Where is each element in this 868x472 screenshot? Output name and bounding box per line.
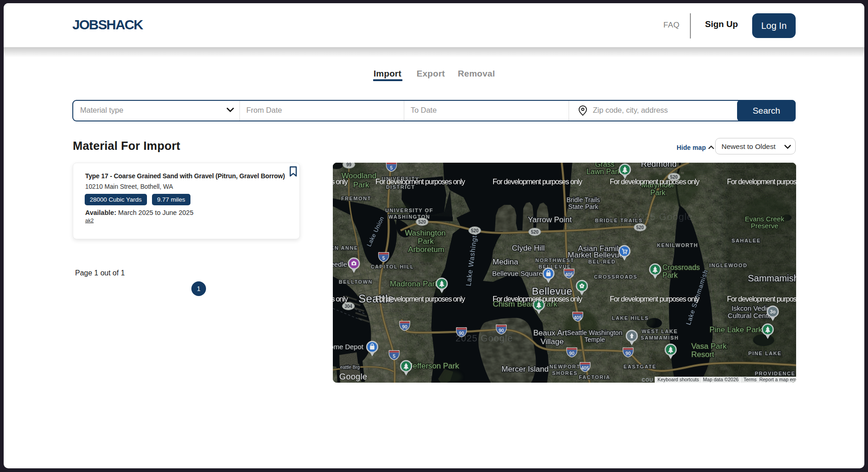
svg-text:Pine Lake Park: Pine Lake Park bbox=[710, 325, 763, 334]
svg-text:Preserve: Preserve bbox=[751, 222, 778, 230]
svg-text:Report a map error: Report a map error bbox=[760, 377, 796, 382]
svg-text:For development purposes only: For development purposes only bbox=[610, 177, 700, 186]
svg-text:405: 405 bbox=[574, 315, 582, 320]
svg-text:Beaux Arts: Beaux Arts bbox=[533, 329, 571, 337]
svg-text:Village: Village bbox=[541, 337, 564, 346]
svg-text:For development purposes only: For development purposes only bbox=[375, 295, 466, 303]
svg-text:INGLEWOOD: INGLEWOOD bbox=[709, 263, 747, 268]
svg-text:Google: Google bbox=[339, 372, 367, 381]
svg-text:For development purposes only: For development purposes only bbox=[727, 295, 796, 303]
svg-text:2025 Google: 2025 Google bbox=[456, 333, 513, 343]
svg-text:For development purposes only: For development purposes only bbox=[375, 177, 466, 186]
svg-text:Crossroads: Crossroads bbox=[662, 263, 700, 271]
svg-text:FACTORIA: FACTORIA bbox=[579, 374, 611, 380]
svg-text:90: 90 bbox=[625, 351, 631, 356]
svg-text:5: 5 bbox=[382, 255, 385, 261]
svg-text:Park: Park bbox=[662, 271, 678, 279]
svg-text:CROSSROADS: CROSSROADS bbox=[594, 274, 638, 280]
svg-text:520: 520 bbox=[636, 225, 644, 230]
svg-text:For development purposes only: For development purposes only bbox=[333, 295, 348, 303]
svg-text:2025 Google: 2025 Google bbox=[633, 211, 693, 222]
svg-text:Temple: Temple bbox=[584, 336, 605, 343]
svg-text:Yarrow Point: Yarrow Point bbox=[528, 215, 572, 224]
svg-text:Park: Park bbox=[353, 181, 369, 189]
svg-text:KENILWORTH: KENILWORTH bbox=[657, 242, 698, 248]
svg-text:PROVIDENCE: PROVIDENCE bbox=[755, 371, 796, 376]
svg-text:520: 520 bbox=[471, 228, 479, 233]
svg-text:UNIVERSITY OF: UNIVERSITY OF bbox=[385, 208, 434, 213]
svg-text:For development purposes only: For development purposes only bbox=[333, 177, 348, 186]
svg-text:Park: Park bbox=[651, 189, 666, 197]
svg-text:Seattle Washington: Seattle Washington bbox=[567, 329, 623, 336]
svg-text:eedle: eedle bbox=[333, 260, 347, 268]
svg-text:For development purposes only: For development purposes only bbox=[610, 295, 700, 303]
svg-text:90: 90 bbox=[569, 351, 575, 356]
svg-text:State Park: State Park bbox=[568, 203, 598, 210]
svg-text:SHORES: SHORES bbox=[552, 370, 578, 376]
svg-text:405: 405 bbox=[565, 272, 573, 277]
svg-text:For development purposes only: For development purposes only bbox=[727, 177, 796, 186]
svg-text:Madrona Park: Madrona Park bbox=[390, 280, 439, 288]
svg-text:For development purposes only: For development purposes only bbox=[493, 177, 583, 186]
svg-text:Arboretum: Arboretum bbox=[408, 245, 444, 254]
svg-text:CAPITOL HILL: CAPITOL HILL bbox=[371, 264, 414, 269]
svg-text:EASTGATE: EASTGATE bbox=[624, 364, 656, 369]
svg-text:520: 520 bbox=[531, 230, 539, 235]
svg-text:SAHALEE: SAHALEE bbox=[732, 238, 761, 243]
svg-text:90: 90 bbox=[499, 328, 504, 333]
svg-text:Map data ©2026: Map data ©2026 bbox=[703, 377, 739, 382]
svg-text:COU: COU bbox=[642, 378, 653, 383]
svg-text:3o: 3o bbox=[770, 309, 776, 314]
svg-text:Bellevue Square: Bellevue Square bbox=[492, 269, 542, 277]
svg-text:BELLTOWN: BELLTOWN bbox=[339, 279, 373, 285]
svg-text:Terms: Terms bbox=[743, 377, 757, 382]
svg-text:Jefferson Park: Jefferson Park bbox=[409, 362, 459, 370]
svg-text:Medina: Medina bbox=[493, 258, 518, 266]
svg-text:BEL-RED: BEL-RED bbox=[588, 259, 616, 264]
svg-text:ome Depot: ome Depot bbox=[333, 343, 364, 351]
svg-text:NEWPORT: NEWPORT bbox=[549, 364, 580, 369]
svg-text:Washington: Washington bbox=[405, 229, 445, 237]
svg-text:LAKE HILLS: LAKE HILLS bbox=[612, 315, 649, 321]
svg-text:Clyde Hill: Clyde Hill bbox=[512, 244, 545, 252]
svg-text:PINE LAKE: PINE LAKE bbox=[748, 351, 781, 356]
svg-text:5: 5 bbox=[393, 353, 396, 359]
svg-text:Redmond: Redmond bbox=[641, 163, 677, 169]
svg-text:FREMONT: FREMONT bbox=[341, 196, 371, 201]
svg-text:SAMMAMISH: SAMMAMISH bbox=[640, 335, 678, 340]
svg-text:5: 5 bbox=[390, 165, 393, 170]
svg-text:99: 99 bbox=[346, 163, 352, 167]
svg-text:Keyboard shortcuts: Keyboard shortcuts bbox=[657, 377, 699, 382]
svg-text:UEEN ANNE: UEEN ANNE bbox=[333, 245, 358, 251]
svg-text:Market Bellevue: Market Bellevue bbox=[568, 251, 624, 259]
svg-text:520: 520 bbox=[418, 220, 426, 225]
svg-text:Iskcon Vedic: Iskcon Vedic bbox=[732, 304, 770, 312]
svg-text:Resort: Resort bbox=[691, 350, 714, 359]
svg-text:Park: Park bbox=[418, 237, 434, 246]
svg-text:Vasa Park: Vasa Park bbox=[691, 342, 727, 351]
svg-text:Lawn Park: Lawn Park bbox=[586, 168, 622, 176]
svg-text:Bridle Trails: Bridle Trails bbox=[566, 196, 600, 203]
svg-text:405: 405 bbox=[581, 365, 589, 371]
svg-text:Sammamish: Sammamish bbox=[748, 273, 796, 283]
svg-text:304: 304 bbox=[345, 304, 353, 309]
svg-text:WEST LAKE: WEST LAKE bbox=[641, 329, 678, 334]
svg-text:For development purposes only: For development purposes only bbox=[493, 295, 583, 303]
svg-text:Mercer Island: Mercer Island bbox=[502, 365, 549, 373]
svg-text:eattle Brg: eattle Brg bbox=[340, 365, 360, 370]
svg-text:90: 90 bbox=[402, 324, 407, 329]
